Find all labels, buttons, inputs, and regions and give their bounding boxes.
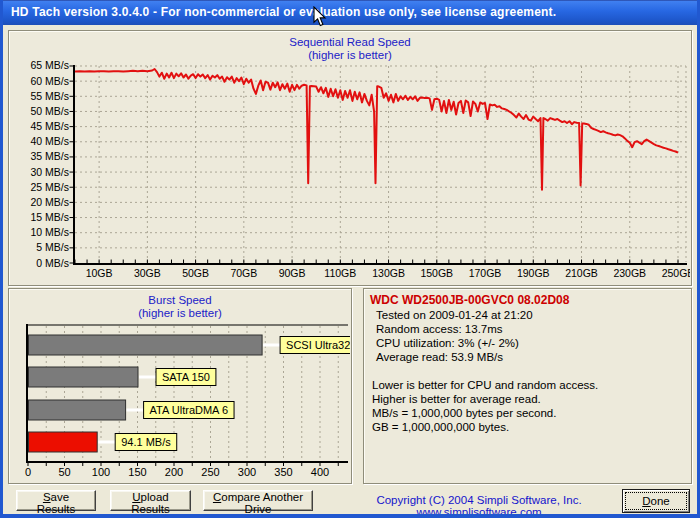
svg-text:40 MB/s: 40 MB/s [30, 135, 69, 147]
svg-text:55 MB/s: 55 MB/s [30, 90, 69, 102]
read-chart-title: Sequential Read Speed [9, 36, 691, 49]
svg-text:200: 200 [165, 466, 183, 478]
svg-text:190GB: 190GB [517, 267, 550, 279]
app-window: HD Tach version 3.0.4.0 - For non-commer… [0, 0, 700, 518]
svg-text:70GB: 70GB [230, 267, 257, 279]
burst-bar-label: 94.1 MB/s [121, 436, 171, 448]
info-notes: Lower is better for CPU and random acces… [370, 378, 685, 434]
svg-text:150: 150 [128, 466, 146, 478]
note-line: Lower is better for CPU and random acces… [372, 378, 685, 392]
mouse-cursor-icon [313, 6, 327, 28]
svg-text:25 MB/s: 25 MB/s [30, 181, 69, 193]
read-axes [70, 65, 688, 264]
svg-text:10 MB/s: 10 MB/s [30, 226, 69, 238]
burst-bar [29, 400, 126, 420]
stat-line: Average read: 53.9 MB/s [376, 350, 685, 364]
svg-text:0: 0 [25, 466, 31, 478]
burst-axis-labels: 050100150200250300350400 [25, 466, 329, 478]
svg-text:90GB: 90GB [279, 267, 306, 279]
svg-text:50 MB/s: 50 MB/s [30, 105, 69, 117]
burst-bar-label: ATA UltraDMA 6 [150, 404, 228, 416]
burst-bar [29, 432, 98, 452]
svg-text:170GB: 170GB [469, 267, 502, 279]
svg-text:50GB: 50GB [182, 267, 209, 279]
svg-text:350: 350 [274, 466, 292, 478]
titlebar[interactable]: HD Tach version 3.0.4.0 - For non-commer… [3, 0, 697, 25]
svg-text:50: 50 [58, 466, 70, 478]
stat-line: Tested on 2009-01-24 at 21:20 [376, 308, 685, 322]
svg-text:10GB: 10GB [86, 267, 113, 279]
burst-chart-subtitle: (higher is better) [9, 307, 351, 320]
svg-text:0 MB/s: 0 MB/s [36, 257, 69, 269]
note-line: Higher is better for average read. [372, 392, 685, 406]
svg-text:150GB: 150GB [420, 267, 453, 279]
svg-text:5 MB/s: 5 MB/s [36, 241, 69, 253]
svg-text:400: 400 [311, 466, 329, 478]
window-title: HD Tach version 3.0.4.0 - For non-commer… [11, 5, 556, 19]
svg-text:100: 100 [92, 466, 110, 478]
svg-text:30GB: 30GB [134, 267, 161, 279]
burst-chart-title: Burst Speed [9, 294, 351, 307]
svg-text:15 MB/s: 15 MB/s [30, 211, 69, 223]
svg-text:250: 250 [201, 466, 219, 478]
stat-line: CPU utilization: 3% (+/- 2%) [376, 336, 685, 350]
burst-bar [29, 335, 263, 355]
drive-name: WDC WD2500JB-00GVC0 08.02D08 [370, 293, 685, 307]
read-gridlines [75, 66, 686, 262]
done-button-focus-rect: Done [625, 492, 687, 510]
burst-bar-label: SCSI Ultra320 [286, 339, 350, 351]
svg-text:60 MB/s: 60 MB/s [30, 75, 69, 87]
svg-text:210GB: 210GB [565, 267, 598, 279]
save-results-button[interactable]: Save Results [16, 490, 96, 511]
compare-another-drive-button[interactable]: Compare Another Drive [203, 490, 313, 511]
svg-text:20 MB/s: 20 MB/s [30, 196, 69, 208]
burst-speed-panel: Burst Speed (higher is better) 050100150… [8, 288, 352, 484]
note-line: MB/s = 1,000,000 bytes per second. [372, 406, 685, 420]
copyright-text: Copyright (C) 2004 Simpli Software, Inc.… [333, 494, 625, 518]
svg-text:300: 300 [238, 466, 256, 478]
svg-text:130GB: 130GB [372, 267, 405, 279]
svg-text:110GB: 110GB [324, 267, 356, 279]
burst-bar [29, 367, 139, 387]
burst-bar-label: SATA 150 [162, 371, 210, 383]
done-button[interactable]: Done [622, 489, 690, 513]
note-line: GB = 1,000,000,000 bytes. [372, 420, 685, 434]
read-chart-subtitle: (higher is better) [9, 49, 691, 62]
drive-stats: Tested on 2009-01-24 at 21:20Random acce… [370, 308, 685, 364]
upload-results-button[interactable]: Upload Results [110, 490, 191, 511]
stat-line: Random access: 13.7ms [376, 322, 685, 336]
svg-text:30 MB/s: 30 MB/s [30, 166, 69, 178]
read-speed-panel: Sequential Read Speed (higher is better)… [8, 30, 692, 286]
svg-text:250GB: 250GB [662, 267, 690, 279]
svg-text:35 MB/s: 35 MB/s [30, 150, 69, 162]
svg-text:230GB: 230GB [613, 267, 646, 279]
drive-info-panel: WDC WD2500JB-00GVC0 08.02D08 Tested on 2… [363, 288, 692, 484]
read-speed-chart: 10GB30GB50GB70GB90GB110GB130GB150GB170GB… [10, 32, 690, 284]
svg-text:45 MB/s: 45 MB/s [30, 120, 69, 132]
